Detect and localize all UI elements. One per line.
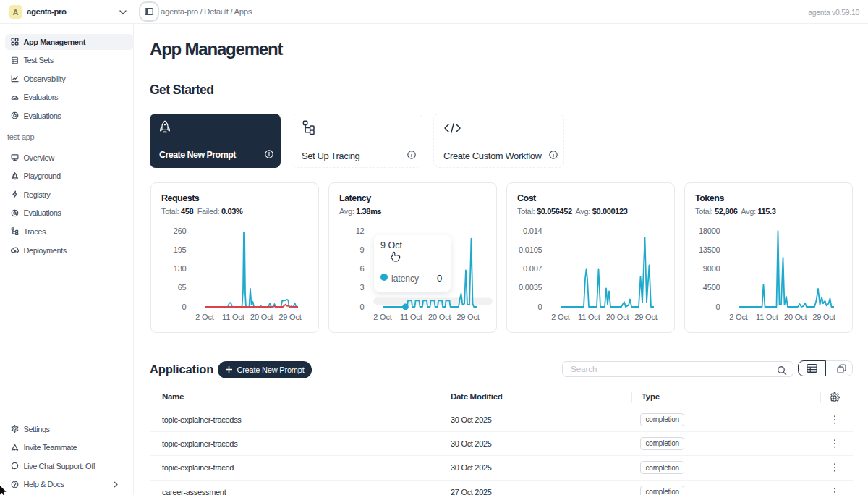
svg-text:9: 9 — [360, 245, 365, 254]
svg-text:11 Oct: 11 Oct — [756, 313, 778, 321]
svg-text:29 Oct: 29 Oct — [634, 313, 657, 321]
svg-text:2 Oct: 2 Oct — [195, 313, 213, 321]
svg-text:11 Oct: 11 Oct — [578, 313, 600, 321]
svg-text:11 Oct: 11 Oct — [400, 313, 422, 321]
svg-text:3: 3 — [360, 283, 365, 292]
svg-text:195: 195 — [174, 245, 187, 254]
svg-text:20 Oct: 20 Oct — [428, 313, 451, 321]
svg-text:29 Oct: 29 Oct — [456, 313, 479, 321]
svg-text:12: 12 — [356, 227, 365, 235]
svg-text:4500: 4500 — [703, 283, 720, 292]
svg-text:29 Oct: 29 Oct — [812, 313, 835, 321]
svg-text:20 Oct: 20 Oct — [606, 313, 629, 321]
svg-text:0.014: 0.014 — [523, 227, 542, 235]
svg-text:6: 6 — [360, 264, 365, 273]
svg-text:0: 0 — [538, 302, 542, 311]
svg-text:0: 0 — [182, 302, 187, 311]
svg-text:2 Oct: 2 Oct — [729, 313, 747, 321]
svg-text:130: 130 — [174, 264, 187, 273]
svg-text:0.007: 0.007 — [523, 264, 542, 273]
svg-text:9000: 9000 — [703, 264, 720, 273]
svg-text:29 Oct: 29 Oct — [278, 313, 301, 321]
svg-text:20 Oct: 20 Oct — [250, 313, 273, 321]
svg-text:0.0105: 0.0105 — [519, 245, 542, 254]
svg-text:13500: 13500 — [699, 245, 720, 254]
svg-text:2 Oct: 2 Oct — [373, 313, 391, 321]
svg-text:2 Oct: 2 Oct — [551, 313, 569, 321]
svg-text:0: 0 — [360, 302, 365, 311]
svg-text:0: 0 — [716, 302, 720, 311]
svg-text:18000: 18000 — [699, 227, 720, 235]
svg-text:260: 260 — [174, 227, 187, 235]
svg-text:11 Oct: 11 Oct — [222, 313, 244, 321]
svg-text:65: 65 — [178, 283, 187, 292]
svg-text:20 Oct: 20 Oct — [784, 313, 807, 321]
svg-text:0.0035: 0.0035 — [519, 283, 542, 292]
